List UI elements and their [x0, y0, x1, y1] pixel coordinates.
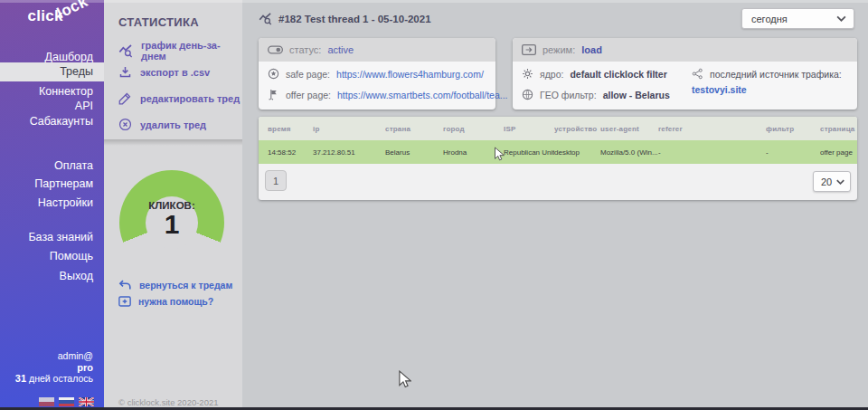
menu-item-label: экспорт в .csv — [140, 67, 210, 78]
poland-flag[interactable] — [39, 397, 54, 406]
sidebar: clicklock Дашборд Треды Коннектор API Са… — [0, 0, 104, 410]
cell-page: offer page — [820, 148, 857, 157]
mouse-cursor-small — [494, 147, 505, 162]
language-flags — [39, 397, 94, 406]
mode-card-header: режим: load — [513, 38, 857, 62]
column-header: user-agent — [600, 125, 658, 133]
chart-search-icon — [118, 43, 133, 58]
top-highlight — [0, 0, 868, 3]
sidebar-item-logout[interactable]: Выход — [0, 268, 104, 284]
menu-item-label: график день-за-днем — [141, 40, 242, 62]
chevron-down-icon — [836, 15, 846, 22]
cell-referer: - — [658, 148, 766, 157]
kernel-row: ядро: default clicklock filter — [522, 68, 667, 80]
help-plus-icon — [118, 296, 131, 307]
logo: clicklock — [27, 7, 95, 25]
column-header: referer — [658, 125, 766, 133]
offer-page-label: offer page: — [286, 90, 331, 100]
column-header: время — [268, 125, 313, 133]
column-header: ISP — [504, 125, 554, 133]
sidebar-item-knowledge[interactable]: База знаний — [0, 229, 104, 245]
undo-icon — [118, 279, 132, 291]
table-header: время ip страна город ISP устройство use… — [259, 117, 857, 140]
menu-item-delete-thread[interactable]: удалить тред — [118, 118, 206, 131]
column-header: страница — [820, 125, 857, 133]
traffic-source-row: последний источник трафика: — [692, 68, 842, 80]
sidebar-item-payment[interactable]: Оплата — [0, 157, 104, 174]
page-size-select[interactable]: 20 — [813, 171, 851, 192]
safe-page-row: safe page: https://www.flowers4hamburg.c… — [268, 68, 484, 80]
cell-filter: - — [766, 148, 820, 157]
column-header: страна — [385, 125, 443, 133]
menu-item-edit-thread[interactable]: редактировать тред — [118, 91, 240, 105]
chevron-down-icon — [836, 179, 844, 185]
badge-star-icon — [268, 68, 279, 80]
sidebar-item-subaccounts[interactable]: Сабакаунты — [0, 113, 104, 129]
gear-icon — [522, 68, 533, 80]
kernel-value: default clicklock filter — [570, 69, 666, 80]
monitor-arrow-icon — [522, 44, 536, 55]
column-header: ip — [313, 125, 385, 133]
safe-page-link[interactable]: https://www.flowers4hamburg.com/ — [336, 69, 484, 80]
mouse-cursor — [398, 370, 411, 389]
menu-item-day-chart[interactable]: график день-за-днем — [118, 40, 242, 62]
share-icon — [692, 68, 703, 80]
page-title: #182 Test thread 1 - 05-10-2021 — [278, 14, 431, 24]
column-header: город — [443, 125, 504, 133]
cell-country: Belarus — [385, 148, 443, 157]
mode-card: режим: load ядро: default clicklock filt… — [513, 38, 857, 110]
back-to-threads-link[interactable]: вернуться к тредам — [118, 279, 232, 291]
chart-search-icon — [259, 12, 272, 25]
flag-icon — [268, 89, 279, 100]
account-plan: pro — [77, 362, 93, 373]
pencil-icon — [118, 91, 132, 105]
download-icon — [118, 65, 132, 79]
stats-panel: СТАТИСТИКА график день-за-днем экспорт в… — [104, 0, 242, 410]
need-help-link[interactable]: нужна помощь? — [118, 296, 213, 307]
cell-ip: 37.212.80.51 — [313, 148, 385, 157]
sidebar-item-threads[interactable]: Треды — [0, 62, 104, 81]
uk-flag[interactable] — [79, 397, 94, 406]
copyright: © clicklock.site 2020-2021 — [118, 397, 219, 407]
period-select[interactable]: сегодня — [741, 8, 854, 29]
menu-item-label: редактировать тред — [140, 93, 240, 104]
geo-filter-label: ГЕО фильтр: — [540, 90, 597, 100]
table-row[interactable]: 14:58:52 37.212.80.51 Belarus Hrodna Rep… — [259, 140, 857, 164]
main-content: #182 Test thread 1 - 05-10-2021 сегодня … — [242, 0, 868, 410]
menu-item-label: удалить тред — [140, 119, 206, 130]
mode-label: режим: — [542, 44, 575, 55]
link-label: вернуться к тредам — [139, 280, 232, 291]
status-card: статус: active safe page: https://www.fl… — [259, 38, 495, 110]
menu-item-export-csv[interactable]: экспорт в .csv — [118, 65, 210, 79]
safe-page-label: safe page: — [286, 69, 330, 80]
pagination-page-1-button[interactable]: 1 — [265, 170, 287, 191]
sidebar-item-settings[interactable]: Настройки — [0, 195, 104, 211]
offer-page-link[interactable]: https://www.smartbets.com/football/tea..… — [337, 90, 508, 100]
link-label: нужна помощь? — [138, 296, 213, 307]
mode-value: load — [581, 44, 602, 55]
account-info: admin@ pro 31 дней осталось — [15, 350, 93, 385]
status-value: active — [327, 44, 354, 55]
gauge-text: КЛИКОВ: 1 — [119, 200, 224, 238]
cell-device: desktop — [554, 148, 600, 157]
sidebar-item-help[interactable]: Помощь — [0, 248, 104, 264]
period-select-value: сегодня — [751, 14, 788, 24]
traffic-source-link[interactable]: testovyi.site — [692, 84, 747, 95]
cell-isp: Republican Unita... — [504, 148, 554, 157]
russia-flag[interactable] — [59, 397, 74, 406]
cell-user-agent: Mozilla/5.0 (Win... — [600, 148, 658, 157]
column-header: устройство — [554, 125, 600, 133]
status-label: статус: — [289, 44, 321, 55]
toggle-icon — [268, 45, 283, 54]
sidebar-item-api[interactable]: API — [0, 98, 104, 114]
kernel-label: ядро: — [540, 69, 563, 80]
column-header: фильтр — [766, 125, 820, 133]
status-card-header: статус: active — [259, 38, 495, 62]
offer-page-row: offer page: https://www.smartbets.com/fo… — [268, 89, 508, 100]
page-size-value: 20 — [821, 176, 832, 187]
traffic-source-label: последний источник трафика: — [710, 69, 842, 80]
delete-badge-icon — [118, 118, 132, 131]
geo-filter-value: allow - Belarus — [603, 90, 670, 100]
sidebar-item-partners[interactable]: Партнерам — [0, 176, 104, 192]
clicks-gauge: КЛИКОВ: 1 — [119, 170, 224, 275]
